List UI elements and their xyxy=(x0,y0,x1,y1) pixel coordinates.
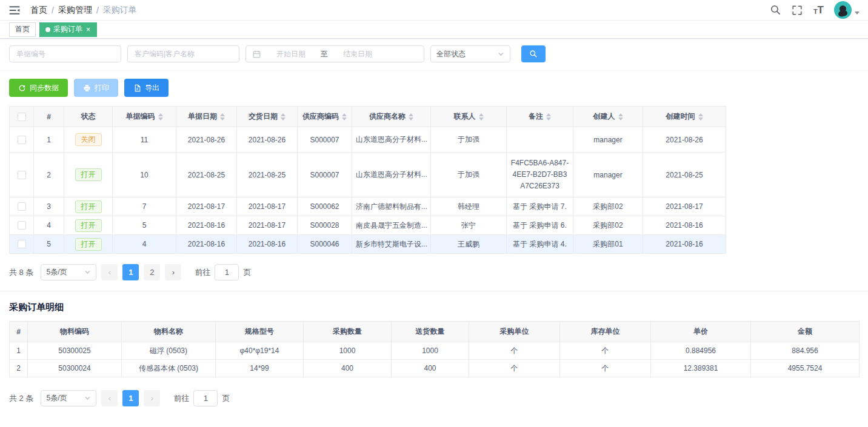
goto-label: 前往 xyxy=(195,267,210,278)
order-pagination: 共 8 条 5条/页 ‹ 1 2 › 前往 页 xyxy=(9,264,859,280)
detail-table-row[interactable]: 2 50300024 传感器本体 (0503) 14*99 400 400 个 … xyxy=(10,360,860,377)
status-badge: 打开 xyxy=(75,238,102,251)
table-row[interactable]: 4 打开 5 2021-08-16 2021-08-17 S000028 南皮县… xyxy=(10,216,726,235)
chevron-down-icon xyxy=(498,51,504,58)
search-button[interactable] xyxy=(521,45,546,62)
date-separator-label: 至 xyxy=(321,49,328,59)
sort-caret-icon[interactable] xyxy=(220,113,225,121)
sort-caret-icon[interactable] xyxy=(698,113,703,121)
col-supplier-code[interactable]: 供应商编码 xyxy=(298,107,352,127)
sidebar-toggle-icon[interactable] xyxy=(8,4,21,16)
goto-page-input[interactable] xyxy=(215,264,239,280)
avatar[interactable] xyxy=(834,1,852,19)
date-range-picker[interactable]: 至 xyxy=(245,45,424,62)
row-checkbox[interactable] xyxy=(18,221,26,230)
col-stock-unit: 库存单位 xyxy=(560,322,651,342)
sort-caret-icon[interactable] xyxy=(342,113,347,121)
fullscreen-icon[interactable] xyxy=(792,4,803,16)
status-badge: 关闭 xyxy=(75,133,102,146)
status-badge: 打开 xyxy=(75,219,102,232)
tab-home[interactable]: 首页 xyxy=(9,22,36,37)
col-amount: 金额 xyxy=(751,322,860,342)
font-size-icon[interactable]: TT xyxy=(813,5,824,15)
goto-page-input[interactable] xyxy=(193,390,218,406)
page-button-1[interactable]: 1 xyxy=(122,264,139,280)
table-row[interactable]: 1 关闭 11 2021-08-26 2021-08-26 S000007 山东… xyxy=(10,127,726,153)
sort-caret-icon[interactable] xyxy=(618,113,623,121)
detail-table-row[interactable]: 1 50300025 磁浮 (0503) φ40*φ19*14 1000 100… xyxy=(10,342,860,360)
customer-input[interactable] xyxy=(127,45,239,62)
page-button-1[interactable]: 1 xyxy=(122,390,139,406)
table-row[interactable]: 3 打开 7 2021-08-17 2021-08-17 S000062 济南广… xyxy=(10,197,726,216)
page-size-value: 5条/页 xyxy=(46,393,67,403)
sort-caret-icon[interactable] xyxy=(281,113,285,121)
page-unit-label: 页 xyxy=(222,393,230,404)
purchase-order-table: # 状态 单据编码 单据日期 交货日期 供应商编码 供应商名称 联系人 备注 创… xyxy=(9,106,726,254)
start-date-input[interactable] xyxy=(265,50,317,58)
sync-data-button[interactable]: 同步数据 xyxy=(9,79,68,97)
col-doc-date[interactable]: 单据日期 xyxy=(176,107,237,127)
prev-page-button[interactable]: ‹ xyxy=(101,390,118,406)
col-contact[interactable]: 联系人 xyxy=(431,107,507,127)
close-icon[interactable]: × xyxy=(85,26,91,33)
tab-purchase-order[interactable]: 采购订单 × xyxy=(39,22,97,37)
col-material-code: 物料编码 xyxy=(28,322,122,342)
print-button[interactable]: 打印 xyxy=(74,79,118,97)
chevron-down-icon xyxy=(84,269,91,276)
col-purchase-qty: 采购数量 xyxy=(304,322,392,342)
status-badge: 打开 xyxy=(75,200,102,213)
select-all-checkbox[interactable] xyxy=(18,113,26,121)
export-button[interactable]: 导出 xyxy=(124,79,169,97)
top-navbar: 首页 / 采购管理 / 采购订单 TT xyxy=(0,0,868,21)
calendar-icon xyxy=(252,50,261,59)
page-size-value: 5条/页 xyxy=(46,267,67,277)
col-doc-code[interactable]: 单据编码 xyxy=(113,107,176,127)
col-remark[interactable]: 备注 xyxy=(507,107,573,127)
sort-caret-icon[interactable] xyxy=(158,113,163,121)
prev-page-button[interactable]: ‹ xyxy=(101,264,118,280)
col-index: # xyxy=(34,107,64,127)
sort-caret-icon[interactable] xyxy=(409,113,413,121)
section-divider xyxy=(0,291,868,291)
col-create-time[interactable]: 创建时间 xyxy=(643,107,726,127)
detail-pagination: 共 2 条 5条/页 ‹ 1 › 前往 页 xyxy=(9,390,859,406)
col-status: 状态 xyxy=(64,107,113,127)
toolbar: 同步数据 打印 导出 xyxy=(9,79,859,97)
breadcrumb: 首页 / 采购管理 / 采购订单 xyxy=(30,5,137,16)
breadcrumb-purchase-mgmt[interactable]: 采购管理 xyxy=(58,5,92,16)
goto-label: 前往 xyxy=(173,393,189,404)
table-row-selected[interactable]: 5 打开 4 2021-08-16 2021-08-16 S000046 新乡市… xyxy=(10,235,726,254)
status-select[interactable]: 全部状态 xyxy=(430,45,510,62)
col-creator[interactable]: 创建人 xyxy=(573,107,643,127)
navbar-right-tools: TT xyxy=(770,1,860,19)
col-supplier-name[interactable]: 供应商名称 xyxy=(352,107,431,127)
page-size-select[interactable]: 5条/页 xyxy=(41,390,96,406)
row-checkbox[interactable] xyxy=(18,136,26,144)
active-tab-dot-icon xyxy=(45,27,50,32)
next-page-button[interactable]: › xyxy=(144,390,160,406)
doc-no-input[interactable] xyxy=(9,45,121,62)
table-row[interactable]: 2 打开 10 2021-08-25 2021-08-25 S000007 山东… xyxy=(10,153,726,197)
user-menu[interactable] xyxy=(834,1,860,19)
status-badge: 打开 xyxy=(75,168,102,181)
col-unit-price: 单价 xyxy=(651,322,751,342)
status-select-value: 全部状态 xyxy=(436,49,466,59)
row-checkbox[interactable] xyxy=(18,202,26,211)
page-size-select[interactable]: 5条/页 xyxy=(41,264,96,280)
sort-caret-icon[interactable] xyxy=(479,113,484,121)
sort-caret-icon[interactable] xyxy=(546,113,551,121)
caret-down-icon xyxy=(855,12,860,15)
row-checkbox[interactable] xyxy=(18,240,26,248)
search-icon[interactable] xyxy=(770,4,781,16)
col-delivery-date[interactable]: 交货日期 xyxy=(237,107,298,127)
col-delivery-qty: 送货数量 xyxy=(392,322,469,342)
breadcrumb-home[interactable]: 首页 xyxy=(30,5,47,16)
next-page-button[interactable]: › xyxy=(165,264,181,280)
print-label: 打印 xyxy=(95,83,109,93)
printer-icon xyxy=(83,84,91,92)
row-checkbox[interactable] xyxy=(18,171,26,179)
breadcrumb-current: 采购订单 xyxy=(103,5,137,16)
page-button-2[interactable]: 2 xyxy=(144,264,160,280)
end-date-input[interactable] xyxy=(332,50,384,58)
export-label: 导出 xyxy=(145,83,159,93)
